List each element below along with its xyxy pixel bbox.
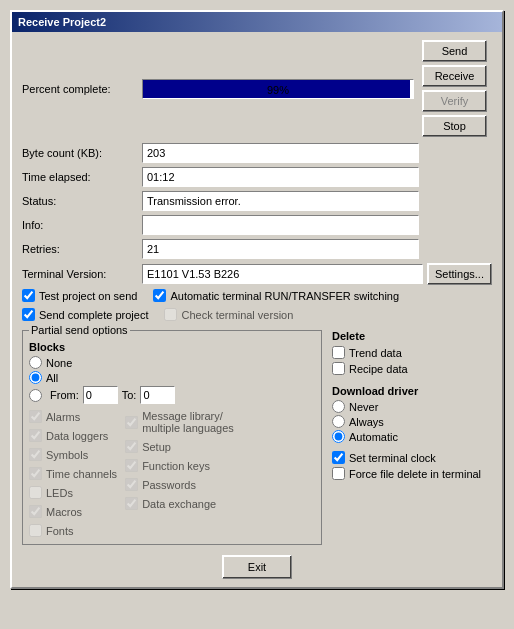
progress-percent: 99% bbox=[143, 80, 413, 99]
exit-button[interactable]: Exit bbox=[222, 555, 292, 579]
test-project-label: Test project on send bbox=[39, 290, 137, 302]
recipe-data-row: Recipe data bbox=[332, 362, 492, 375]
automatic-label: Automatic bbox=[349, 431, 398, 443]
progress-row: Percent complete: 99% Send Receive Verif… bbox=[22, 40, 492, 137]
automatic-terminal-label: Automatic terminal RUN/TRANSFER switchin… bbox=[170, 290, 399, 302]
set-terminal-clock-checkbox[interactable] bbox=[332, 451, 345, 464]
send-complete-label: Send complete project bbox=[39, 309, 148, 321]
trend-data-checkbox[interactable] bbox=[332, 346, 345, 359]
automatic-terminal-checkbox-label: Automatic terminal RUN/TRANSFER switchin… bbox=[153, 289, 399, 302]
send-complete-project-checkbox[interactable] bbox=[22, 308, 35, 321]
never-label: Never bbox=[349, 401, 378, 413]
partial-send-col2: Message library/multiple languages Setup… bbox=[125, 410, 234, 540]
radio-automatic[interactable] bbox=[332, 430, 345, 443]
retries-row: Retries: 21 bbox=[22, 239, 492, 259]
force-file-delete-label: Force file delete in terminal bbox=[349, 468, 481, 480]
info-value bbox=[142, 215, 419, 235]
blocks-section: Blocks None All From: To: bbox=[29, 341, 315, 404]
right-panel: Delete Trend data Recipe data Download d… bbox=[332, 330, 492, 545]
time-elapsed-row: Time elapsed: 01:12 bbox=[22, 167, 492, 187]
terminal-version-row: Terminal Version: E1101 V1.53 B226 Setti… bbox=[22, 263, 492, 285]
status-value: Transmission error. bbox=[142, 191, 419, 211]
progress-bar-bg: 99% bbox=[142, 79, 414, 99]
progress-wrapper: 99% bbox=[142, 79, 414, 99]
receive-button[interactable]: Receive bbox=[422, 65, 487, 87]
never-row: Never bbox=[332, 400, 492, 413]
main-window: Receive Project2 Percent complete: 99% S… bbox=[10, 10, 504, 589]
settings-button[interactable]: Settings... bbox=[427, 263, 492, 285]
byte-count-row: Byte count (KB): 203 bbox=[22, 143, 492, 163]
window-title: Receive Project2 bbox=[18, 16, 106, 28]
radio-always[interactable] bbox=[332, 415, 345, 428]
test-project-checkbox[interactable] bbox=[22, 289, 35, 302]
byte-count-value: 203 bbox=[142, 143, 419, 163]
set-terminal-clock-row: Set terminal clock bbox=[332, 451, 492, 464]
from-to-row: From: To: bbox=[29, 386, 315, 404]
info-label: Info: bbox=[22, 219, 142, 231]
button-panel: Send Receive Verify Stop bbox=[422, 40, 492, 137]
check-terminal-checkbox bbox=[164, 308, 177, 321]
radio-all-label: All bbox=[46, 372, 58, 384]
partial-send-col1: Alarms Data loggers Symbols Time channel… bbox=[29, 410, 117, 540]
automatic-terminal-checkbox[interactable] bbox=[153, 289, 166, 302]
always-label: Always bbox=[349, 416, 384, 428]
check-terminal-checkbox-label: Check terminal version bbox=[164, 308, 293, 321]
blocks-title: Blocks bbox=[29, 341, 315, 353]
checkbox-row-2: Send complete project Check terminal ver… bbox=[22, 308, 492, 324]
stop-button[interactable]: Stop bbox=[422, 115, 487, 137]
status-label: Status: bbox=[22, 195, 142, 207]
radio-none-row: None bbox=[29, 356, 315, 369]
checkbox-row-1: Test project on send Automatic terminal … bbox=[22, 289, 492, 305]
progress-label: Percent complete: bbox=[22, 83, 142, 95]
to-input[interactable] bbox=[140, 386, 175, 404]
time-elapsed-value: 01:12 bbox=[142, 167, 419, 187]
radio-never[interactable] bbox=[332, 400, 345, 413]
partial-send-panel: Partial send options Blocks None All Fro… bbox=[22, 330, 322, 545]
radio-all-row: All bbox=[29, 371, 315, 384]
radio-from[interactable] bbox=[29, 389, 42, 402]
send-button[interactable]: Send bbox=[422, 40, 487, 62]
trend-data-row: Trend data bbox=[332, 346, 492, 359]
partial-send-title: Partial send options bbox=[29, 324, 130, 336]
automatic-row: Automatic bbox=[332, 430, 492, 443]
from-input[interactable] bbox=[83, 386, 118, 404]
title-bar: Receive Project2 bbox=[12, 12, 502, 32]
time-elapsed-label: Time elapsed: bbox=[22, 171, 142, 183]
force-file-delete-checkbox[interactable] bbox=[332, 467, 345, 480]
send-complete-project-checkbox-label: Send complete project bbox=[22, 308, 148, 321]
download-driver-title: Download driver bbox=[332, 385, 492, 397]
bottom-section: Partial send options Blocks None All Fro… bbox=[22, 330, 492, 545]
byte-count-label: Byte count (KB): bbox=[22, 147, 142, 159]
recipe-data-label: Recipe data bbox=[349, 363, 408, 375]
download-driver-section: Download driver Never Always Automatic bbox=[332, 385, 492, 443]
terminal-version-label: Terminal Version: bbox=[22, 268, 142, 280]
from-label: From: bbox=[50, 389, 79, 401]
retries-label: Retries: bbox=[22, 243, 142, 255]
radio-none[interactable] bbox=[29, 356, 42, 369]
radio-none-label: None bbox=[46, 357, 72, 369]
exit-row: Exit bbox=[22, 555, 492, 579]
to-label: To: bbox=[122, 389, 137, 401]
delete-title: Delete bbox=[332, 330, 492, 342]
terminal-version-value: E1101 V1.53 B226 bbox=[142, 264, 423, 284]
recipe-data-checkbox[interactable] bbox=[332, 362, 345, 375]
trend-data-label: Trend data bbox=[349, 347, 402, 359]
status-row: Status: Transmission error. bbox=[22, 191, 492, 211]
radio-all[interactable] bbox=[29, 371, 42, 384]
bottom-checkboxes: Set terminal clock Force file delete in … bbox=[332, 451, 492, 480]
retries-value: 21 bbox=[142, 239, 419, 259]
check-terminal-label: Check terminal version bbox=[181, 309, 293, 321]
partial-send-checkboxes: Alarms Data loggers Symbols Time channel… bbox=[29, 410, 315, 540]
verify-button: Verify bbox=[422, 90, 487, 112]
info-row: Info: bbox=[22, 215, 492, 235]
set-terminal-clock-label: Set terminal clock bbox=[349, 452, 436, 464]
always-row: Always bbox=[332, 415, 492, 428]
test-project-checkbox-label: Test project on send bbox=[22, 289, 137, 302]
force-file-delete-row: Force file delete in terminal bbox=[332, 467, 492, 480]
